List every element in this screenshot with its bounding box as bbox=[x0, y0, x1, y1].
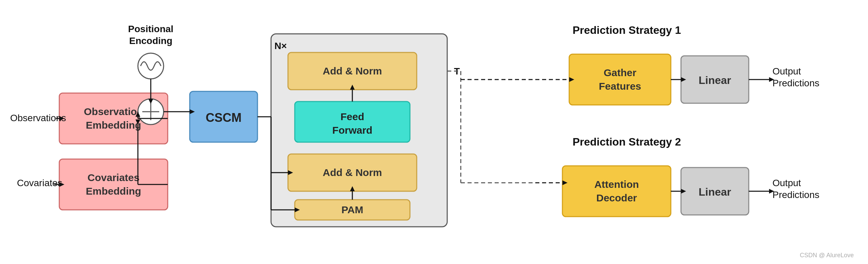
svg-text:CSCM: CSCM bbox=[206, 111, 242, 125]
svg-rect-70 bbox=[562, 166, 671, 217]
svg-text:Embedding: Embedding bbox=[86, 119, 141, 131]
svg-text:Features: Features bbox=[599, 81, 641, 92]
svg-text:Forward: Forward bbox=[332, 125, 372, 136]
svg-text:PAM: PAM bbox=[342, 204, 363, 215]
svg-text:Covariates: Covariates bbox=[87, 172, 139, 183]
svg-text:Covariates: Covariates bbox=[17, 178, 62, 188]
diagram: Observation Embedding Covariates Embeddi… bbox=[0, 0, 868, 264]
svg-text:Linear: Linear bbox=[699, 186, 731, 198]
svg-text:Embedding: Embedding bbox=[86, 185, 141, 197]
svg-text:Predictions: Predictions bbox=[772, 190, 820, 200]
svg-text:Decoder: Decoder bbox=[596, 192, 637, 203]
svg-text:N×: N× bbox=[274, 41, 287, 51]
svg-text:Prediction Strategy 2: Prediction Strategy 2 bbox=[573, 136, 681, 148]
svg-text:Observation: Observation bbox=[84, 106, 143, 117]
svg-text:Predictions: Predictions bbox=[772, 78, 820, 88]
svg-text:Gather: Gather bbox=[604, 67, 637, 78]
diagram-svg: Observation Embedding Covariates Embeddi… bbox=[0, 0, 868, 264]
svg-point-14 bbox=[138, 53, 164, 79]
svg-text:Output: Output bbox=[772, 66, 801, 76]
svg-text:Linear: Linear bbox=[699, 74, 731, 86]
svg-text:Attention: Attention bbox=[594, 179, 639, 190]
svg-text:CSDN @ AlureLove: CSDN @ AlureLove bbox=[800, 252, 854, 259]
svg-rect-56 bbox=[569, 54, 671, 105]
svg-text:Feed: Feed bbox=[340, 111, 364, 122]
svg-text:Output: Output bbox=[772, 178, 801, 188]
svg-text:Prediction Strategy 1: Prediction Strategy 1 bbox=[573, 24, 681, 36]
svg-text:Positional: Positional bbox=[128, 24, 173, 34]
svg-text:Add & Norm: Add & Norm bbox=[323, 65, 382, 76]
svg-text:Add & Norm: Add & Norm bbox=[323, 167, 382, 178]
svg-text:Encoding: Encoding bbox=[129, 36, 172, 46]
